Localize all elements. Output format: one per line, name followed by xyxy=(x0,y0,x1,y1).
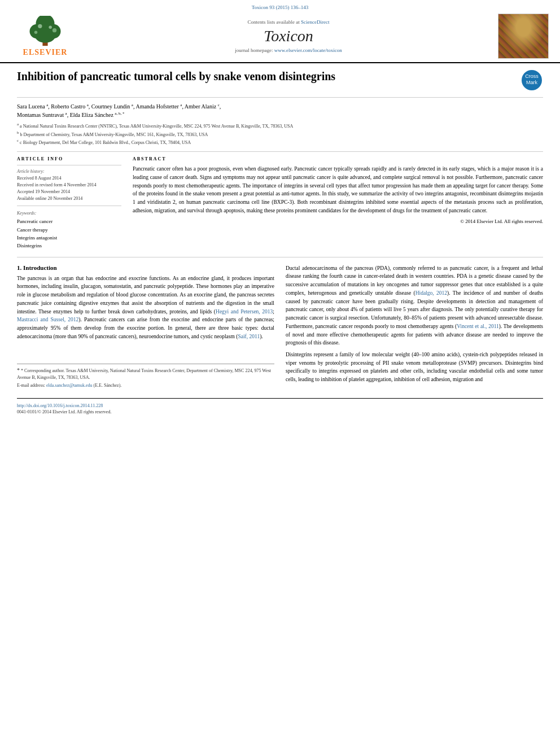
history-label: Article history: xyxy=(17,169,121,174)
article-info-header: ARTICLE INFO xyxy=(17,156,121,161)
ref-hegyi[interactable]: Hegyi and Petersen, 2013 xyxy=(216,309,273,314)
affiliation-b: b b Department of Chemistry, Texas A&M U… xyxy=(17,130,543,138)
article-title-section: Inhibition of pancreatic tumoral cells b… xyxy=(17,69,543,98)
footer-left: http://dx.doi.org/10.1016/j.toxicon.2014… xyxy=(17,402,111,414)
keyword-2: Cancer therapy xyxy=(17,226,121,234)
introduction-paragraph: The pancreas is an organ that has endocr… xyxy=(17,274,274,341)
footnote-section: * * Corresponding author. Texas A&M Univ… xyxy=(17,364,274,388)
svg-text:Cross: Cross xyxy=(525,73,539,79)
elsevier-label: ELSEVIER xyxy=(23,48,68,57)
keywords-section: Keywords: Pancreatic cancer Cancer thera… xyxy=(17,211,121,250)
ref-hidalgo[interactable]: Hidalgo, 2012 xyxy=(415,290,447,296)
abstract-header: ABSTRACT xyxy=(133,156,543,161)
sciencedirect-link[interactable]: ScienceDirect xyxy=(301,19,329,25)
keywords-label: Keywords: xyxy=(17,211,121,216)
affiliations: a a National Natural Toxins Research Cen… xyxy=(17,122,543,152)
right-paragraph-2: Disintegrins represent a family of low m… xyxy=(286,351,543,384)
article-info-box: Article history: Received 8 August 2014 … xyxy=(17,165,121,206)
affiliation-c: c c Biology Department, Del Mar College,… xyxy=(17,138,543,146)
article-title: Inhibition of pancreatic tumoral cells b… xyxy=(17,69,520,84)
main-left-col: 1. Introduction The pancreas is an organ… xyxy=(17,264,274,390)
footnote-divider xyxy=(17,364,274,364)
svg-point-6 xyxy=(49,25,52,29)
journal-header: Toxicon 93 (2015) 136–143 ELSEVIER xyxy=(0,0,560,63)
elsevier-tree-icon xyxy=(23,16,68,47)
keyword-3: Integrins antagonist xyxy=(17,234,121,242)
svg-point-7 xyxy=(34,30,38,33)
section-divider xyxy=(17,257,543,257)
article-body: Inhibition of pancreatic tumoral cells b… xyxy=(0,63,560,420)
ref-saif[interactable]: Saif, 2011 xyxy=(238,334,260,339)
svg-point-5 xyxy=(38,24,42,28)
homepage-line: journal homepage: www.elsevier.com/locat… xyxy=(85,47,492,53)
homepage-link[interactable]: www.elsevier.com/locate/toxicon xyxy=(274,47,342,53)
abstract-copyright: © 2014 Elsevier Ltd. All rights reserved… xyxy=(133,219,543,224)
article-info-col: ARTICLE INFO Article history: Received 8… xyxy=(17,156,121,250)
affiliation-a: a a National Natural Toxins Research Cen… xyxy=(17,122,543,129)
article-info-abstract-section: ARTICLE INFO Article history: Received 8… xyxy=(17,156,543,250)
journal-name: Toxicon xyxy=(85,27,492,45)
doi-link[interactable]: http://dx.doi.org/10.1016/j.toxicon.2014… xyxy=(17,403,103,408)
journal-thumbnail xyxy=(498,14,549,59)
main-right-col: Ductal adenocarcinoma of the pancreas (P… xyxy=(286,264,543,390)
ref-vincent[interactable]: Vincent et al., 2011 xyxy=(457,324,499,329)
abstract-col: ABSTRACT Pancreatic cancer often has a p… xyxy=(133,156,543,250)
ref-mastracci[interactable]: Mastracci and Sussel, 2012 xyxy=(17,317,78,322)
introduction-title: 1. Introduction xyxy=(17,264,274,271)
right-paragraph-1: Ductal adenocarcinoma of the pancreas (P… xyxy=(286,264,543,347)
article-footer: http://dx.doi.org/10.1016/j.toxicon.2014… xyxy=(17,398,543,414)
crossmark-icon: Cross Mark xyxy=(520,69,543,91)
elsevier-logo: ELSEVIER xyxy=(11,16,79,57)
svg-point-4 xyxy=(35,28,56,43)
received-date: Received 8 August 2014 Received in revis… xyxy=(17,175,121,202)
keyword-1: Pancreatic cancer xyxy=(17,217,121,225)
author-email[interactable]: elda.sanchez@tamuk.edu xyxy=(46,383,93,388)
keyword-4: Disintegrins xyxy=(17,242,121,250)
journal-center-info: Contents lists available at ScienceDirec… xyxy=(79,19,498,53)
sciencedirect-line: Contents lists available at ScienceDirec… xyxy=(85,19,492,25)
authors-line: Sara Lucena a, Roberto Castro a, Courtne… xyxy=(17,102,543,120)
main-content: 1. Introduction The pancreas is an organ… xyxy=(17,264,543,390)
corresponding-author-note: * * Corresponding author. Texas A&M Univ… xyxy=(17,366,274,381)
svg-point-8 xyxy=(53,28,56,32)
abstract-text: Pancreatic cancer often has a poor progn… xyxy=(133,165,543,215)
journal-reference: Toxicon 93 (2015) 136–143 xyxy=(11,5,549,10)
email-line: E-mail address: elda.sanchez@tamuk.edu (… xyxy=(17,382,274,388)
svg-text:Mark: Mark xyxy=(526,80,537,85)
issn-line: 0041-0101/© 2014 Elsevier Ltd. All right… xyxy=(17,409,111,414)
